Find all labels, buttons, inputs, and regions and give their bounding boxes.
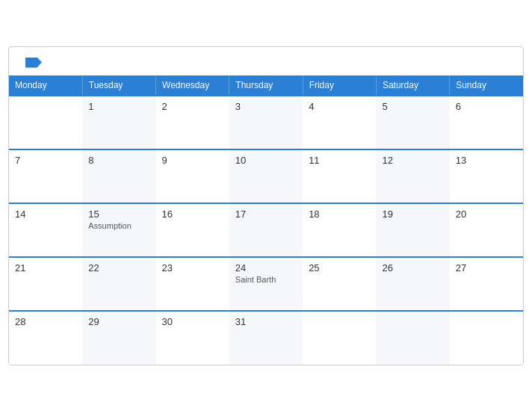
- day-number: 4: [309, 101, 370, 112]
- weekday-header: Friday: [303, 75, 376, 96]
- calendar-day-cell: 7: [9, 149, 82, 203]
- calendar-day-cell: 26: [376, 257, 449, 311]
- calendar-day-cell: 1: [82, 96, 155, 149]
- day-number: 3: [235, 101, 297, 112]
- calendar-day-cell: 11: [303, 149, 376, 203]
- calendar-day-cell: 19: [376, 203, 449, 257]
- weekday-header: Tuesday: [82, 75, 155, 96]
- day-number: 11: [309, 155, 370, 166]
- calendar-day-cell: 5: [376, 96, 449, 149]
- calendar-day-cell: 30: [156, 311, 229, 365]
- calendar-day-cell: 17: [229, 203, 303, 257]
- day-number: 26: [382, 262, 443, 274]
- day-number: 14: [15, 208, 76, 220]
- calendar-day-cell: 14: [9, 203, 82, 257]
- calendar-day-cell: 21: [9, 257, 82, 311]
- day-number: 9: [162, 155, 223, 166]
- calendar-day-cell: 4: [303, 96, 376, 149]
- calendar-day-cell: [9, 96, 82, 149]
- calendar-day-cell: [376, 311, 449, 365]
- calendar-day-cell: 25: [303, 257, 376, 311]
- day-number: 22: [88, 262, 149, 274]
- day-number: 28: [15, 316, 76, 327]
- calendar-day-cell: [450, 311, 523, 365]
- calendar-day-cell: 8: [82, 149, 155, 203]
- calendar-day-cell: 6: [450, 96, 523, 149]
- weekday-header: Saturday: [376, 75, 449, 96]
- calendar-day-cell: 3: [229, 96, 303, 149]
- day-event: Saint Barth: [235, 275, 297, 284]
- calendar-week-row: 123456: [9, 96, 523, 149]
- calendar-day-cell: 12: [376, 149, 449, 203]
- calendar-day-cell: 20: [450, 203, 523, 257]
- day-number: 17: [235, 208, 297, 220]
- day-number: 24: [235, 262, 297, 274]
- day-number: 25: [309, 262, 370, 274]
- calendar-day-cell: 2: [156, 96, 229, 149]
- weekday-header: Sunday: [450, 75, 523, 96]
- day-number: 18: [309, 208, 370, 220]
- calendar-day-cell: 31: [229, 311, 303, 365]
- day-number: 20: [456, 208, 517, 220]
- day-number: 21: [15, 262, 76, 274]
- day-number: 27: [456, 262, 517, 274]
- calendar-day-cell: 22: [82, 257, 155, 311]
- day-number: 30: [162, 316, 223, 327]
- calendar-day-cell: 29: [82, 311, 155, 365]
- calendar-day-cell: 23: [156, 257, 229, 311]
- calendar-day-cell: 13: [450, 149, 523, 203]
- day-number: 31: [235, 316, 297, 327]
- day-number: 19: [382, 208, 443, 220]
- calendar-day-cell: 15Assumption: [82, 203, 155, 257]
- day-number: 29: [88, 316, 149, 327]
- day-number: 10: [235, 155, 297, 166]
- calendar-day-cell: 28: [9, 311, 82, 365]
- day-event: Assumption: [88, 221, 149, 230]
- day-number: 13: [456, 155, 517, 166]
- day-number: 15: [88, 208, 149, 220]
- calendar-grid: MondayTuesdayWednesdayThursdayFridaySatu…: [9, 75, 523, 365]
- calendar-header: [9, 47, 523, 75]
- weekday-header: Monday: [9, 75, 82, 96]
- day-number: 5: [382, 101, 443, 112]
- calendar-day-cell: [303, 311, 376, 365]
- weekday-header: Wednesday: [156, 75, 229, 96]
- calendar-container: MondayTuesdayWednesdayThursdayFridaySatu…: [8, 46, 524, 365]
- day-number: 12: [382, 155, 443, 166]
- calendar-day-cell: 10: [229, 149, 303, 203]
- day-number: 16: [162, 208, 223, 220]
- day-number: 1: [88, 101, 149, 112]
- calendar-week-row: 78910111213: [9, 149, 523, 203]
- calendar-day-cell: 18: [303, 203, 376, 257]
- day-number: 8: [88, 155, 149, 166]
- calendar-week-row: 28293031: [9, 311, 523, 365]
- calendar-week-row: 21222324Saint Barth252627: [9, 257, 523, 311]
- day-number: 6: [456, 101, 517, 112]
- calendar-day-cell: 27: [450, 257, 523, 311]
- weekday-header-row: MondayTuesdayWednesdayThursdayFridaySatu…: [9, 75, 523, 96]
- calendar-week-row: 1415Assumption1617181920: [9, 203, 523, 257]
- day-number: 2: [162, 101, 223, 112]
- calendar-day-cell: 16: [156, 203, 229, 257]
- calendar-day-cell: 9: [156, 149, 229, 203]
- logo-icon: [25, 58, 42, 68]
- day-number: 23: [162, 262, 223, 274]
- day-number: 7: [15, 155, 76, 166]
- logo: [24, 58, 42, 68]
- weekday-header: Thursday: [229, 75, 303, 96]
- calendar-day-cell: 24Saint Barth: [229, 257, 303, 311]
